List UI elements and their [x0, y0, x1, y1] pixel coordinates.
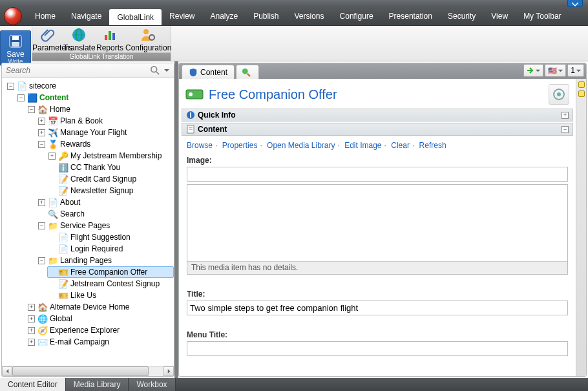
- svg-rect-5: [105, 35, 107, 40]
- menu-presentation[interactable]: Presentation: [381, 6, 440, 25]
- menu-publish[interactable]: Publish: [246, 6, 286, 25]
- tree-hscroll[interactable]: [2, 366, 174, 376]
- tree-node-landing-pages[interactable]: −📁Landing Pages: [37, 255, 174, 266]
- scroll-left-icon[interactable]: [2, 366, 12, 376]
- expand-icon[interactable]: +: [562, 112, 569, 119]
- bottom-tab-content-editor[interactable]: Content Editor: [0, 378, 66, 391]
- item-options-button[interactable]: [549, 84, 569, 105]
- menu-configure[interactable]: Configure: [332, 6, 381, 25]
- gear-icon: [552, 88, 565, 101]
- info-icon: i: [186, 111, 195, 120]
- menu-security[interactable]: Security: [440, 6, 483, 25]
- tree-node-like-us[interactable]: 🎫Like Us: [47, 290, 174, 301]
- minimize-button[interactable]: [567, 0, 583, 7]
- menu-title-input[interactable]: [187, 341, 568, 356]
- parameters-button[interactable]: Parameters: [32, 27, 63, 52]
- svg-point-16: [557, 92, 561, 96]
- tree-node-email-campaign[interactable]: +✉️E-mail Campaign: [26, 336, 174, 348]
- bottom-tab-workbox[interactable]: Workbox: [129, 378, 175, 391]
- translate-label: Translate: [63, 43, 94, 52]
- menu-home[interactable]: Home: [27, 6, 63, 25]
- app-logo[interactable]: [4, 7, 22, 25]
- page-title: Free Companion Offer: [209, 87, 337, 102]
- link-browse[interactable]: Browse: [187, 141, 213, 150]
- search-input[interactable]: [3, 64, 149, 77]
- home-icon: 🏠: [37, 104, 48, 114]
- tree-node-plan-book[interactable]: +📅Plan & Book: [37, 115, 174, 127]
- tree-node-service-pages[interactable]: −📁Service Pages: [37, 220, 174, 231]
- link-refresh[interactable]: Refresh: [419, 141, 446, 150]
- tab-add[interactable]: [236, 65, 259, 79]
- media-preview: This media item has no details.: [187, 184, 568, 275]
- validation-gutter: [576, 79, 586, 376]
- link-clear[interactable]: Clear: [391, 141, 410, 150]
- search-dropdown[interactable]: [161, 68, 173, 73]
- collapse-icon[interactable]: −: [562, 126, 569, 133]
- globe-icon: 🌐: [37, 313, 48, 324]
- title-input[interactable]: [187, 301, 568, 315]
- main-menubar: Home Navigate GlobalLink Review Analyze …: [0, 6, 588, 26]
- image-path-input[interactable]: [187, 167, 568, 182]
- link-edit-image[interactable]: Edit Image: [344, 141, 381, 150]
- quick-info-label: Quick Info: [198, 111, 236, 120]
- chart-icon: [102, 27, 118, 43]
- warning-marker[interactable]: [578, 81, 585, 88]
- form-icon: 📝: [58, 174, 68, 184]
- warning-marker[interactable]: [578, 90, 585, 97]
- tree-node-newsletter[interactable]: 📝Newsletter Signup: [47, 185, 174, 196]
- info-icon: ℹ️: [58, 162, 68, 173]
- tree-node-alt-device[interactable]: +🏠Alternate Device Home: [26, 301, 174, 313]
- ticket-icon: [185, 87, 204, 101]
- section-content[interactable]: Content −: [182, 123, 573, 136]
- tree-node-flight-suggestion[interactable]: 📄Flight Suggestion: [47, 231, 174, 243]
- menu-versions[interactable]: Versions: [287, 6, 332, 25]
- flag-us-icon: 🇺🇸: [548, 67, 557, 75]
- tree-node-exp-explorer[interactable]: +🧭Experience Explorer: [26, 324, 174, 336]
- menu-globallink[interactable]: GlobalLink: [109, 9, 162, 25]
- scroll-thumb[interactable]: [12, 366, 149, 376]
- save-button[interactable]: Save Write: [0, 30, 31, 66]
- page-icon: 📄: [58, 244, 68, 254]
- tree-node-cc-thank-you[interactable]: ℹ️CC Thank You: [47, 162, 174, 173]
- tree-node-search[interactable]: 🔍Search: [37, 208, 174, 220]
- scroll-right-icon[interactable]: [163, 366, 174, 376]
- tree-node-login-required[interactable]: 📄Login Required: [47, 243, 174, 255]
- tree-node-manage-flight[interactable]: +✈️Manage Your Flight: [37, 127, 174, 138]
- tree-node-membership[interactable]: +🔑My Jetstream Membership: [47, 150, 174, 162]
- tree-node-home[interactable]: −🏠Home: [26, 103, 174, 115]
- globe-icon: [71, 27, 87, 43]
- menu-analyze[interactable]: Analyze: [202, 6, 246, 25]
- section-quick-info[interactable]: i Quick Info +: [182, 109, 573, 122]
- content-section-label: Content: [198, 125, 227, 134]
- reward-icon: 🏅: [48, 139, 58, 149]
- menu-view[interactable]: View: [483, 6, 516, 25]
- bottom-tab-media-library[interactable]: Media Library: [66, 378, 129, 391]
- tree-node-sitecore[interactable]: −📄sitecore: [6, 80, 174, 92]
- doc-icon: 📄: [17, 81, 27, 91]
- translate-button[interactable]: Translate: [63, 27, 94, 52]
- reports-button[interactable]: Reports: [94, 27, 125, 52]
- tree-node-contest-signup[interactable]: 📝Jetstream Contest Signup: [47, 278, 174, 290]
- menu-mytoolbar[interactable]: My Toolbar: [516, 6, 569, 25]
- link-open-media[interactable]: Open Media Library: [267, 141, 335, 150]
- nav-arrow-button[interactable]: [523, 64, 543, 77]
- link-properties[interactable]: Properties: [222, 141, 258, 150]
- tree-node-cc-signup[interactable]: 📝Credit Card Signup: [47, 173, 174, 185]
- search-icon[interactable]: [149, 66, 161, 75]
- tree-node-rewards[interactable]: −🏅Rewards: [37, 138, 174, 150]
- configuration-button[interactable]: Configuration: [125, 27, 171, 52]
- menu-navigate[interactable]: Navigate: [63, 6, 109, 25]
- language-button[interactable]: 🇺🇸: [545, 64, 566, 77]
- tree-node-global[interactable]: +🌐Global: [26, 313, 174, 324]
- folder-icon: 📁: [48, 255, 58, 266]
- folder-icon: 📁: [48, 220, 58, 231]
- cube-icon: 🟦: [27, 92, 37, 103]
- tree-node-content[interactable]: −🟦Content: [16, 92, 174, 103]
- tree-node-free-companion[interactable]: 🎫Free Companion Offer: [47, 266, 174, 278]
- version-button[interactable]: 1: [567, 64, 584, 77]
- tab-content[interactable]: Content: [182, 65, 235, 79]
- plane-icon: ✈️: [48, 127, 58, 138]
- menu-review[interactable]: Review: [162, 6, 202, 25]
- reports-label: Reports: [94, 43, 125, 52]
- tree-node-about[interactable]: +📄About: [37, 196, 174, 208]
